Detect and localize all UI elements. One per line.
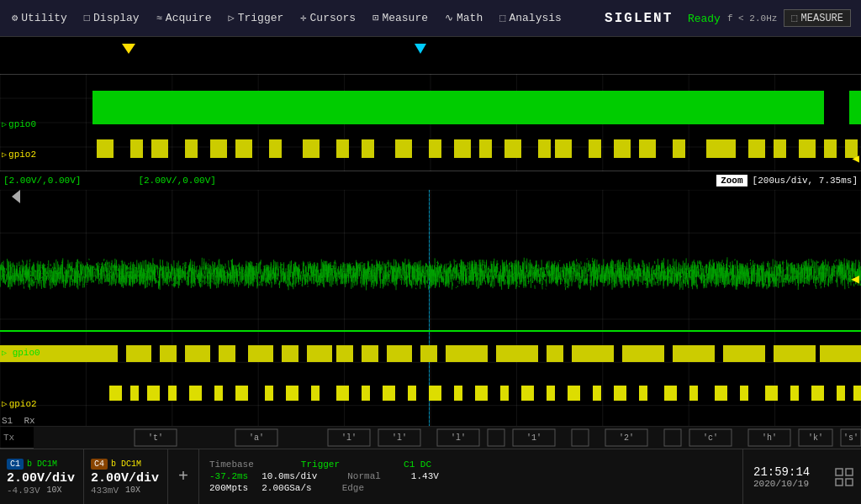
c1-info-box: C1 b DC1M 2.00V/div -4.93V 10X: [0, 449, 84, 504]
c1-coupling: b DC1M: [27, 459, 57, 469]
svg-rect-2: [836, 479, 843, 486]
timebase-scale: 10.0ms/div: [261, 471, 317, 481]
brand-area: SIGLENT Ready f < 2.0Hz ⬚ MEASURE: [605, 9, 858, 27]
zoom-waveform: [0, 190, 861, 449]
serial-tx-row: Tx: [0, 426, 861, 448]
menu-acquire[interactable]: ≈ Acquire: [148, 8, 220, 28]
menu-trigger[interactable]: ▷ Trigger: [219, 8, 292, 28]
utility-icon: ⚙: [12, 12, 18, 24]
zoom-badge2: Zoom: [716, 175, 747, 186]
trigger-type: Edge: [342, 483, 364, 493]
trigger-icon: ▷: [228, 12, 234, 24]
menu-math[interactable]: ∿ Math: [436, 8, 491, 28]
menu-measure[interactable]: ⊡ Measure: [364, 8, 436, 28]
menu-utility[interactable]: ⚙ Utility: [3, 8, 76, 28]
menu-cursors[interactable]: ✛ Cursors: [292, 8, 364, 28]
measure-badge: ⬚ MEASURE: [784, 9, 851, 27]
measure-icon: ⊡: [372, 12, 378, 24]
display-icon: □: [84, 13, 90, 24]
tx-label: Tx: [0, 433, 34, 443]
timebase-delay: -37.2ms: [209, 471, 248, 481]
brand-freq: f < 2.0Hz: [727, 13, 777, 24]
svg-rect-3: [846, 479, 853, 486]
trigger-label: Trigger: [301, 459, 340, 470]
settings-area[interactable]: [827, 449, 861, 504]
serial-data-canvas: [34, 427, 861, 449]
brand-status: Ready: [688, 13, 721, 25]
timebase-rate: 2.00GSa/s: [261, 483, 311, 493]
c4-info-box: C4 b DC1M 2.00V/div 433mV 10X: [84, 449, 168, 504]
menu-analysis[interactable]: ⬚ Analysis: [491, 8, 570, 28]
zoom-right-arrow: ◀: [851, 270, 859, 349]
c4-coupling: b DC1M: [111, 459, 141, 469]
zoom-gpio0-label: ▷ gpio0: [2, 348, 40, 358]
c4-probe: 10X: [125, 486, 140, 495]
ch2-right-arrow: ◀: [853, 151, 859, 165]
svg-rect-1: [846, 469, 853, 475]
trigger-arrow-blue: [415, 44, 426, 54]
analysis-icon: ⬚: [499, 12, 505, 24]
datetime-time: 21:59:14: [753, 465, 817, 479]
math-plus-icon: +: [178, 467, 188, 486]
s1-rx-label: S1 Rx: [2, 416, 35, 426]
c1-probe: 10X: [47, 486, 62, 495]
c4-badge: C4: [91, 459, 108, 470]
c4-offset: 433mV: [91, 486, 119, 496]
cursors-icon: ✛: [300, 12, 306, 24]
overview-waveform: [0, 74, 861, 171]
timebase-sample: 200Mpts: [209, 483, 248, 493]
menu-bar: ⚙ Utility □ Display ≈ Acquire ▷ Trigger …: [0, 0, 861, 37]
timebase-area: Timebase Trigger C1 DC -37.2ms 10.0ms/di…: [199, 449, 743, 504]
trigger-source: C1 DC: [404, 459, 431, 470]
zoom-time-label2: [200us/div, 7.35ms]: [753, 176, 858, 186]
zoom-gpio2-label: ▷ gpio2: [2, 398, 37, 409]
brand-name: SIGLENT: [605, 11, 673, 26]
timebase-label: Timebase: [209, 459, 254, 470]
trigger-arrow-yellow: [122, 44, 135, 54]
zoom-header: [2.00V/,0.00V] [2.00V/,0.00V] Zoom [200u…: [0, 171, 861, 190]
svg-rect-0: [836, 469, 843, 475]
datetime-area: 21:59:14 2020/10/19: [743, 449, 827, 504]
math-box: +: [168, 449, 199, 504]
c4-volt-div: 2.00V/div: [91, 471, 161, 486]
zoom-area: [2.00V/,0.00V] [2.00V/,0.00V] Zoom [200u…: [0, 171, 861, 449]
c1-volt-div: 2.00V/div: [7, 471, 77, 486]
menu-display[interactable]: □ Display: [76, 8, 148, 28]
trigger-mode: Normal: [347, 471, 381, 481]
c1-badge: C1: [7, 459, 24, 470]
datetime-date: 2020/10/19: [753, 479, 817, 489]
settings-icon: [834, 467, 854, 487]
math-icon: ∿: [445, 12, 453, 24]
c1-offset: -4.93V: [7, 486, 40, 496]
status-bar: C1 b DC1M 2.00V/div -4.93V 10X C4 b DC1M…: [0, 449, 861, 504]
trigger-level: 1.43V: [411, 471, 439, 481]
acquire-icon: ≈: [156, 13, 162, 24]
overview-area: ▷ gpio0 ▷ gpio2 [2.00V/,0.00V] [2.00V/,0…: [0, 37, 861, 171]
